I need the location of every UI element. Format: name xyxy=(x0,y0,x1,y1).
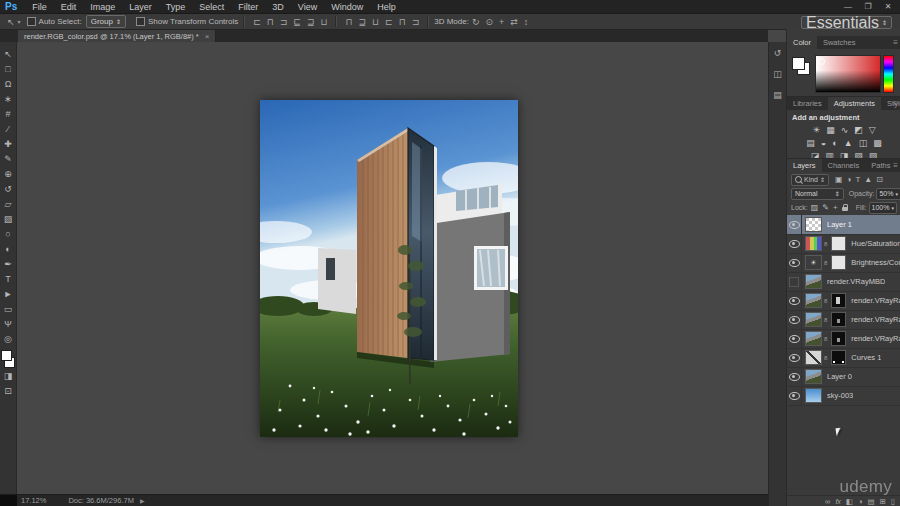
distribute-middle-icon[interactable]: ⊒ xyxy=(356,17,370,27)
zoom-tool[interactable]: ◎ xyxy=(1,331,16,346)
layer-row-layer-0[interactable]: Layer 0 xyxy=(787,367,900,387)
lock-transparency-icon[interactable]: ▨ xyxy=(811,203,819,212)
tab-close-icon[interactable]: × xyxy=(205,32,210,41)
workspace-switcher[interactable]: Essentials ⇕ xyxy=(801,16,892,29)
delete-layer-icon[interactable]: ▯ xyxy=(891,497,895,506)
blur-tool[interactable]: ○ xyxy=(1,226,16,241)
saturation-brightness-field[interactable] xyxy=(815,55,881,93)
layer-mask-thumbnail[interactable] xyxy=(831,293,846,308)
eraser-tool[interactable]: ▱ xyxy=(1,196,16,211)
menu-3d[interactable]: 3D xyxy=(265,2,291,12)
black-white-icon[interactable]: ◐ xyxy=(832,138,837,148)
layer-mask-thumbnail[interactable] xyxy=(831,312,846,327)
new-adjustment-icon[interactable]: ◑ xyxy=(858,497,863,506)
hue-saturation-icon[interactable]: ▤ xyxy=(806,138,815,148)
tab-libraries[interactable]: Libraries xyxy=(787,97,828,110)
foreground-color-swatch[interactable] xyxy=(792,57,805,70)
lasso-tool[interactable]: Ω xyxy=(1,76,16,91)
menu-image[interactable]: Image xyxy=(83,2,122,12)
panel-menu-icon[interactable]: ≡ xyxy=(893,99,898,108)
menu-layer[interactable]: Layer xyxy=(122,2,159,12)
layer-row-vrayrawrefl-2[interactable]: 8 render.VRayRawRefl... xyxy=(787,329,900,349)
layer-mask-thumbnail[interactable] xyxy=(831,350,846,365)
menu-type[interactable]: Type xyxy=(159,2,193,12)
curves-icon[interactable]: ∿ xyxy=(841,125,849,135)
photo-filter-icon[interactable]: ▲ xyxy=(844,138,853,148)
align-left-icon[interactable]: ⊏ xyxy=(250,17,264,27)
menu-window[interactable]: Window xyxy=(324,2,370,12)
layer-thumbnail[interactable] xyxy=(805,293,822,308)
visibility-toggle[interactable] xyxy=(787,253,802,272)
layer-row-brightness-contrast[interactable]: ☀ 8 Brightness/Contras... xyxy=(787,253,900,273)
adjustment-icon-thumbnail[interactable] xyxy=(805,236,822,251)
new-group-icon[interactable]: ▤ xyxy=(867,497,874,506)
crop-tool[interactable]: # xyxy=(1,106,16,121)
brightness-contrast-icon[interactable]: ☀ xyxy=(812,125,820,135)
adjustment-icon-thumbnail[interactable]: ☀ xyxy=(805,255,822,270)
panel-menu-icon[interactable]: ≡ xyxy=(893,161,898,170)
eyedropper-tool[interactable]: ⁄ xyxy=(1,121,16,136)
hue-slider[interactable] xyxy=(883,55,894,93)
adjustment-icon-thumbnail[interactable] xyxy=(805,350,822,365)
visibility-toggle[interactable] xyxy=(787,234,802,253)
opacity-field[interactable]: 50% ▾ xyxy=(876,188,900,200)
panel-color-swatches[interactable] xyxy=(792,57,810,75)
show-transform-checkbox[interactable] xyxy=(136,17,145,26)
layer-row-vrayrawrefr[interactable]: 8 render.VRayRawRefr... xyxy=(787,310,900,330)
layer-row-vraymbd[interactable]: render.VRayMBD xyxy=(787,272,900,292)
align-middle-icon[interactable]: ⊒ xyxy=(304,17,318,27)
layer-mask-thumbnail[interactable] xyxy=(831,255,846,270)
distribute-left-icon[interactable]: ⊏ xyxy=(382,17,396,27)
layer-mask-thumbnail[interactable] xyxy=(831,236,846,251)
layer-row-hue-saturation[interactable]: 8 Hue/Saturation 1 xyxy=(787,234,900,254)
tab-paths[interactable]: Paths xyxy=(865,159,896,172)
panel-menu-icon[interactable]: ≡ xyxy=(893,38,898,47)
vibrance-icon[interactable]: ▽ xyxy=(869,125,876,135)
3d-slide-icon[interactable]: ⇄ xyxy=(507,17,521,27)
restore-button[interactable]: ❐ xyxy=(858,0,878,13)
visibility-toggle[interactable] xyxy=(787,272,802,291)
healing-brush-tool[interactable]: ✚ xyxy=(1,136,16,151)
tab-swatches[interactable]: Swatches xyxy=(817,36,862,49)
dodge-tool[interactable]: ◐ xyxy=(1,241,16,256)
type-tool[interactable]: T xyxy=(1,271,16,286)
visibility-toggle[interactable] xyxy=(787,367,802,386)
shape-tool[interactable]: ▭ xyxy=(1,301,16,316)
layer-row-sky[interactable]: sky-003 xyxy=(787,386,900,406)
layer-row-layer-1[interactable]: Layer 1 xyxy=(787,215,900,235)
foreground-color-swatch[interactable] xyxy=(1,350,12,361)
distribute-right-icon[interactable]: ⊐ xyxy=(409,17,423,27)
layer-thumbnail[interactable] xyxy=(805,274,822,289)
kind-filter-dropdown[interactable]: Kind ⇕ xyxy=(791,174,829,186)
layer-row-vrayrawrefl-1[interactable]: 8 render.VRayRawRefl... xyxy=(787,291,900,311)
zoom-level-field[interactable]: 17.12% xyxy=(21,496,46,505)
close-button[interactable]: ✕ xyxy=(878,0,898,13)
visibility-toggle[interactable] xyxy=(787,329,802,348)
visibility-toggle[interactable] xyxy=(787,215,802,234)
layer-thumbnail[interactable] xyxy=(805,388,822,403)
pen-tool[interactable]: ✒ xyxy=(1,256,16,271)
fill-field[interactable]: 100% ▾ xyxy=(869,202,897,214)
status-options-arrow[interactable]: ▶ xyxy=(140,497,145,504)
align-right-icon[interactable]: ⊐ xyxy=(277,17,291,27)
channel-mixer-icon[interactable]: ◫ xyxy=(859,138,868,148)
distribute-center-icon[interactable]: ⊓ xyxy=(396,17,409,27)
3d-scale-icon[interactable]: ↕ xyxy=(521,17,532,27)
menu-view[interactable]: View xyxy=(291,2,324,12)
pixel-filter-icon[interactable]: ▣ xyxy=(835,175,843,184)
document-tab[interactable]: render.RGB_color.psd @ 17.1% (Layer 1, R… xyxy=(18,30,216,42)
info-panel-icon[interactable]: ▤ xyxy=(773,90,782,100)
visibility-toggle[interactable] xyxy=(787,310,802,329)
marquee-tool[interactable]: □ xyxy=(1,61,16,76)
menu-filter[interactable]: Filter xyxy=(231,2,265,12)
move-tool[interactable]: ↖ xyxy=(1,46,16,61)
layer-thumbnail[interactable] xyxy=(805,369,822,384)
gradient-tool[interactable]: ▨ xyxy=(1,211,16,226)
minimize-button[interactable]: — xyxy=(838,0,858,13)
path-selection-tool[interactable]: ► xyxy=(1,286,16,301)
history-brush-tool[interactable]: ↺ xyxy=(1,181,16,196)
document-canvas[interactable] xyxy=(260,100,518,437)
tab-adjustments[interactable]: Adjustments xyxy=(828,97,881,110)
menu-help[interactable]: Help xyxy=(370,2,403,12)
link-layers-icon[interactable]: ∞ xyxy=(825,497,830,506)
